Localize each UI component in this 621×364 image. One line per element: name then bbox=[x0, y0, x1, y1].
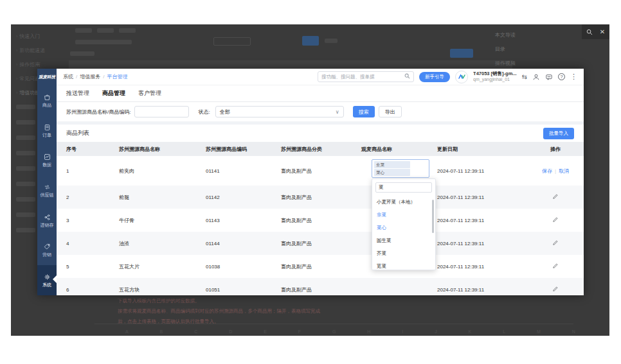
sidebar-item-商品[interactable]: 商品 bbox=[37, 85, 57, 116]
table-cell-no: 3 bbox=[66, 218, 119, 223]
sidebar-item-label: 供应链 bbox=[40, 193, 54, 198]
export-button[interactable]: 导出 bbox=[379, 106, 402, 117]
table-header-row: 序号苏州溯源商品名称苏州溯源商品编码苏州溯源商品分类观麦商品名称更新日期操作 bbox=[57, 142, 584, 156]
dropdown-option[interactable]: 苋菜 bbox=[372, 260, 435, 270]
guide-button[interactable]: 新手引导 bbox=[419, 72, 450, 82]
switch-account-icon[interactable]: ⇆ bbox=[522, 73, 527, 80]
background-sheet-letter: D bbox=[229, 329, 232, 334]
topbar-right: 搜功能、搜问题、搜单据 新手引导 bbox=[318, 71, 577, 83]
screenshot-stage: ›快速入门›新功能速递›操作指南›常见问题›增值功能 本文导读目录操作视频 ✕ … bbox=[0, 0, 621, 364]
dropdown-option[interactable]: 芥菜 bbox=[372, 247, 435, 260]
selected-tag[interactable]: 韭菜 bbox=[374, 161, 410, 168]
background-nav-subitem-bar bbox=[16, 212, 35, 217]
background-tab-bar bbox=[75, 28, 92, 33]
table-cell-category: 畜肉及副产品 bbox=[281, 168, 361, 175]
background-tab-bar bbox=[97, 28, 114, 33]
breadcrumb-separator: / bbox=[103, 74, 104, 80]
background-nav-subitem-bar bbox=[16, 105, 35, 109]
sidebar-item-label: 订单 bbox=[42, 133, 51, 138]
more-icon[interactable]: ⋮ bbox=[570, 73, 577, 80]
guanmai-dropdown: 小麦芹菜（本地）韭菜菜心圆生菜芥菜苋菜 bbox=[372, 178, 436, 270]
dropdown-option[interactable]: 韭菜 bbox=[372, 209, 435, 221]
table-cell-code: 01141 bbox=[206, 168, 281, 174]
table-body: 1前夹肉01141畜肉及副产品2024-07-11 12:39:11保存|取消2… bbox=[57, 156, 584, 295]
background-sheet-letter: M bbox=[537, 329, 541, 334]
guanmai-multiselect[interactable]: 韭菜菜心 bbox=[372, 159, 429, 178]
table-cell-ops bbox=[527, 193, 584, 201]
table-header-cell: 苏州溯源商品名称 bbox=[119, 146, 206, 153]
background-sheet-letter: H bbox=[367, 329, 370, 334]
background-sheet-letter: B bbox=[160, 329, 163, 334]
account-name: T47053 [销售]-gm... bbox=[473, 71, 517, 77]
section-title: 商品列表 bbox=[66, 129, 89, 137]
dropdown-option[interactable]: 菜心 bbox=[372, 221, 435, 234]
edit-icon[interactable] bbox=[552, 263, 559, 269]
sidebar-item-营销[interactable]: 营销 bbox=[37, 236, 57, 266]
background-import-button bbox=[450, 49, 473, 58]
search-button[interactable]: 搜索 bbox=[353, 106, 375, 117]
dropdown-option[interactable]: 小麦芹菜（本地） bbox=[372, 196, 435, 209]
breadcrumb-item[interactable]: 平台管理 bbox=[107, 73, 127, 80]
edit-icon[interactable] bbox=[552, 216, 559, 223]
help-icon[interactable]: ? bbox=[558, 73, 565, 80]
support-icon[interactable] bbox=[532, 73, 540, 81]
filter-bar: 苏州溯源商品名称/商品编码: 状态: 全部 ∨ 搜索 导出 bbox=[57, 102, 584, 121]
table-cell-name: 前腿 bbox=[119, 194, 206, 201]
background-title-bar bbox=[70, 51, 94, 56]
sidebar-item-订单[interactable]: 订单 bbox=[37, 116, 57, 146]
background-sheet-letter: J bbox=[435, 329, 437, 334]
keyword-input[interactable] bbox=[134, 106, 189, 117]
bag-icon bbox=[43, 93, 51, 101]
background-sheet-letter: C bbox=[194, 329, 197, 334]
table-cell-ops bbox=[527, 239, 584, 247]
message-icon[interactable] bbox=[545, 73, 553, 81]
sidebar-item-供应链[interactable]: 供应链 bbox=[37, 175, 57, 205]
table-cell-category: 畜肉及副产品 bbox=[281, 194, 361, 201]
background-toc-item: 本文导读 bbox=[495, 28, 540, 42]
table-row: 1前夹肉01141畜肉及副产品2024-07-11 12:39:11保存|取消 bbox=[57, 156, 584, 186]
breadcrumb-item: 系统 bbox=[63, 73, 73, 80]
table-cell-updated: 2024-07-11 12:39:11 bbox=[437, 264, 527, 270]
tab-商品管理[interactable]: 商品管理 bbox=[102, 89, 125, 98]
avatar[interactable] bbox=[455, 71, 468, 83]
save-link[interactable]: 保存 bbox=[542, 168, 552, 174]
global-search-input[interactable]: 搜功能、搜问题、搜单据 bbox=[318, 71, 414, 82]
table-row: 5五花大片01038畜肉及副产品2024-07-11 12:39:11 bbox=[57, 255, 584, 278]
dropdown-scrollbar[interactable] bbox=[432, 200, 434, 233]
dropdown-option[interactable]: 圆生菜 bbox=[372, 234, 435, 247]
close-icon[interactable]: ✕ bbox=[600, 29, 605, 35]
sidebar-item-label: 商品 bbox=[42, 103, 51, 108]
inventory-icon bbox=[43, 213, 51, 221]
background-sheet-letter: N bbox=[572, 329, 575, 334]
sidebar-item-label: 营销 bbox=[42, 252, 51, 257]
global-search-placeholder: 搜功能、搜问题、搜单据 bbox=[321, 74, 402, 80]
background-sheet-letter: K bbox=[469, 329, 472, 334]
section-header: 商品列表 批量导入 bbox=[57, 125, 584, 142]
background-nav-subitem-bar bbox=[16, 166, 35, 171]
account-info[interactable]: T47053 [销售]-gm... qm_yangjinhai_01 bbox=[473, 71, 517, 82]
batch-import-button[interactable]: 批量导入 bbox=[543, 128, 574, 139]
selected-tag[interactable]: 菜心 bbox=[374, 169, 410, 176]
table-cell-no: 4 bbox=[66, 241, 119, 247]
table-cell-code: 01142 bbox=[206, 195, 281, 200]
sidebar-item-数据[interactable]: 数据 bbox=[37, 145, 57, 175]
zoom-icon[interactable] bbox=[586, 29, 593, 35]
table-cell-code: 01143 bbox=[206, 218, 281, 223]
background-divider bbox=[94, 324, 573, 324]
tab-推送管理[interactable]: 推送管理 bbox=[66, 89, 89, 98]
tab-客户管理[interactable]: 客户管理 bbox=[138, 89, 161, 98]
background-nav-subitem-bar bbox=[16, 197, 35, 202]
status-select[interactable]: 全部 ∨ bbox=[215, 106, 344, 117]
breadcrumb: 系统/增值服务/平台管理 bbox=[63, 73, 127, 80]
edit-icon[interactable] bbox=[552, 286, 559, 292]
background-label-bar bbox=[75, 40, 132, 44]
background-export-bar bbox=[325, 39, 338, 43]
sidebar-item-进销存[interactable]: 进销存 bbox=[37, 205, 57, 236]
dropdown-search-input[interactable] bbox=[375, 182, 432, 193]
table-cell-name: 五花方块 bbox=[119, 286, 206, 293]
table-cell-category: 畜肉及副产品 bbox=[281, 263, 361, 270]
system-icon bbox=[43, 273, 51, 281]
cancel-link[interactable]: 取消 bbox=[559, 168, 569, 174]
edit-icon[interactable] bbox=[552, 239, 559, 246]
edit-icon[interactable] bbox=[552, 193, 559, 200]
